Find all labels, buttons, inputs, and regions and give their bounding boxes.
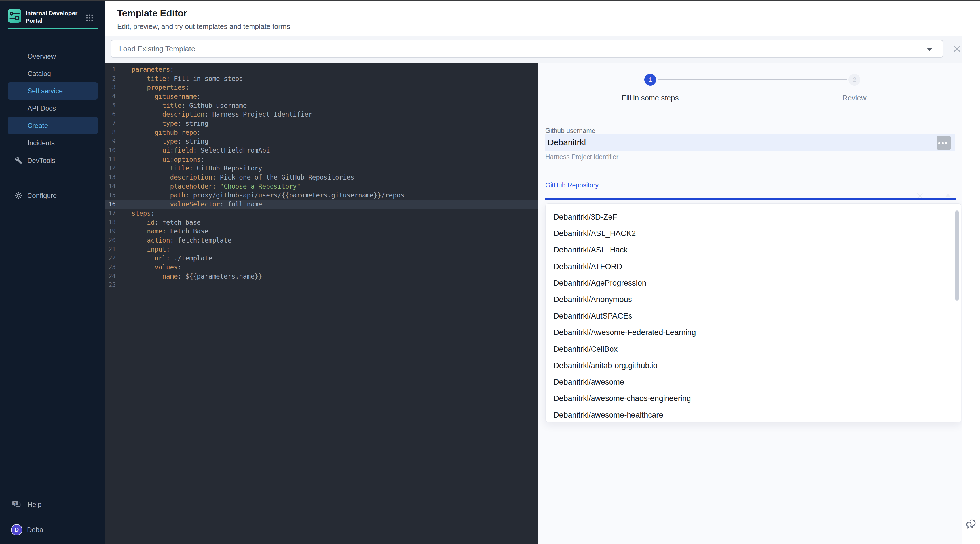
github-username-input[interactable] <box>545 134 955 151</box>
sidebar-divider <box>8 178 98 178</box>
template-editor-app: Internal Developer Portal OverviewCatalo… <box>0 0 980 544</box>
repo-option[interactable]: Debanitrkl/3D-ZeF <box>546 209 961 225</box>
svg-text:?: ? <box>14 501 16 505</box>
sidebar-divider <box>8 150 98 150</box>
code-line: 18 - id: fetch-base <box>105 218 538 227</box>
code-line: 16 valueSelector: full_name <box>105 200 538 209</box>
sidebar-item-label: DevTools <box>27 157 55 164</box>
line-number: 10 <box>105 147 116 154</box>
sidebar-item-help[interactable]: ? Help <box>8 496 98 513</box>
line-number: 5 <box>105 102 116 109</box>
line-number: 17 <box>105 210 116 217</box>
repo-select-focus-underline[interactable] <box>545 198 956 200</box>
sidebar-item-label: Help <box>27 501 41 509</box>
repo-option[interactable]: Debanitrkl/awesome <box>546 374 961 390</box>
repo-option[interactable]: Debanitrkl/ASL_Hack <box>546 242 961 258</box>
code-line: 8 github_repo: <box>105 128 538 137</box>
step-label-review: Review <box>798 94 911 102</box>
brand: Internal Developer Portal <box>8 9 77 24</box>
chevron-up-icon[interactable] <box>945 194 951 197</box>
line-number: 18 <box>105 219 116 226</box>
yaml-code-editor[interactable]: 1parameters:2 - title: Fill in some step… <box>105 63 538 544</box>
code-lines: 1parameters:2 - title: Fill in some step… <box>105 65 538 289</box>
repo-option[interactable]: Debanitrkl/ATFORD <box>546 258 961 275</box>
sidebar-nav: OverviewCatalogSelf serviceAPI DocsCreat… <box>8 48 98 151</box>
code-line: 14 placeholder: "Choose a Repository" <box>105 182 538 191</box>
help-chat-icon: ? <box>12 500 21 509</box>
code-line: 7 type: string <box>105 119 538 128</box>
sidebar-item-api-docs[interactable]: API Docs <box>8 100 98 117</box>
sidebar-user[interactable]: D Deba <box>8 521 98 538</box>
github-repository-label: GitHub Repository <box>545 181 598 189</box>
sidebar-item-incidents[interactable]: Incidents <box>8 134 98 151</box>
avatar: D <box>11 524 22 536</box>
line-number: 22 <box>105 255 116 261</box>
code-line: 19 name: Fetch Base <box>105 227 538 236</box>
line-number: 21 <box>105 246 116 253</box>
right-edge-strip <box>962 2 980 544</box>
sidebar-item-overview[interactable]: Overview <box>8 48 98 65</box>
page-subtitle: Edit, preview, and try out templates and… <box>117 22 290 31</box>
page-header: Template Editor Edit, preview, and try o… <box>105 2 962 36</box>
line-number: 11 <box>105 156 116 163</box>
repo-option[interactable]: Debanitrkl/Awesome-Federated-Learning <box>546 324 961 340</box>
username-helper-text: Harness Project Identifier <box>545 153 619 161</box>
wrench-icon <box>15 157 22 164</box>
line-number: 25 <box>105 282 116 288</box>
line-number: 12 <box>105 165 116 172</box>
code-line: 3 properties: <box>105 83 538 92</box>
sidebar-item-catalog[interactable]: Catalog <box>8 65 98 82</box>
step-connector <box>659 80 847 80</box>
repo-option[interactable]: Debanitrkl/awesome-healthcare <box>546 407 961 422</box>
close-icon <box>952 44 962 54</box>
load-existing-template-select[interactable]: Load Existing Template <box>111 40 943 57</box>
code-line: 15 path: proxy/github-api/users/{{parame… <box>105 191 538 200</box>
code-line: 13 description: Pick one of the GitHub R… <box>105 173 538 182</box>
repo-option[interactable]: Debanitrkl/CellBox <box>546 341 961 357</box>
repo-dropdown: Debanitrkl/3D-ZeFDebanitrkl/ASL_HACK2Deb… <box>545 204 961 422</box>
sidebar-item-self-service[interactable]: Self service <box>8 82 98 100</box>
step-label-fill-in-some-steps: Fill in some steps <box>593 94 707 102</box>
line-number: 19 <box>105 228 116 235</box>
code-line: 25 <box>105 281 538 290</box>
code-line: 9 type: string <box>105 137 538 146</box>
code-line: 10 ui:field: SelectFieldFromApi <box>105 146 538 155</box>
step-indicator-2: 2 <box>848 74 860 86</box>
sidebar-item-create[interactable]: Create <box>8 117 98 134</box>
line-number: 6 <box>105 111 116 118</box>
code-line: 17steps: <box>105 209 538 218</box>
github-username-label: Github username <box>545 127 595 135</box>
repo-option[interactable]: Debanitrkl/AgeProgression <box>546 275 961 291</box>
repo-option[interactable]: Debanitrkl/ASL_HACK2 <box>546 225 961 242</box>
apps-grid-icon[interactable] <box>86 14 94 22</box>
line-number: 20 <box>105 237 116 243</box>
code-line: 24 name: ${{parameters.name}} <box>105 272 538 281</box>
template-form-preview: 1 2 Fill in some steps Review Github use… <box>538 63 962 544</box>
dropdown-scrollbar-thumb[interactable] <box>955 210 959 301</box>
code-line: 1parameters: <box>105 65 538 74</box>
input-extension-icon[interactable] <box>937 136 951 150</box>
line-number: 7 <box>105 120 116 127</box>
clear-selection-icon[interactable] <box>916 192 924 201</box>
code-line: 23 values: <box>105 262 538 272</box>
repo-option[interactable]: Debanitrkl/Anonymous <box>546 291 961 308</box>
code-line: 12 title: GitHub Repository <box>105 164 538 173</box>
line-number: 8 <box>105 129 116 136</box>
line-number: 9 <box>105 138 116 145</box>
line-number: 4 <box>105 93 116 100</box>
repo-option[interactable]: Debanitrkl/AutSPACEs <box>546 308 961 324</box>
sidebar-item-label: Configure <box>27 192 57 200</box>
sidebar-item-devtools[interactable]: DevTools <box>8 152 98 169</box>
line-number: 3 <box>105 84 116 91</box>
user-name: Deba <box>27 526 43 534</box>
repo-option[interactable]: Debanitrkl/anitab-org.github.io <box>546 357 961 374</box>
repo-option[interactable]: Debanitrkl/awesome-chaos-engineering <box>546 390 961 407</box>
code-line: 2 - title: Fill in some steps <box>105 74 538 83</box>
line-number: 15 <box>105 192 116 199</box>
code-line: 6 description: Harness Project Identifie… <box>105 110 538 119</box>
chat-bubbles-icon[interactable] <box>965 517 978 530</box>
sidebar-item-configure[interactable]: Configure <box>8 187 98 204</box>
brand-title: Internal Developer Portal <box>25 9 77 24</box>
line-number: 1 <box>105 66 116 73</box>
repo-dropdown-list: Debanitrkl/3D-ZeFDebanitrkl/ASL_HACK2Deb… <box>546 209 961 422</box>
